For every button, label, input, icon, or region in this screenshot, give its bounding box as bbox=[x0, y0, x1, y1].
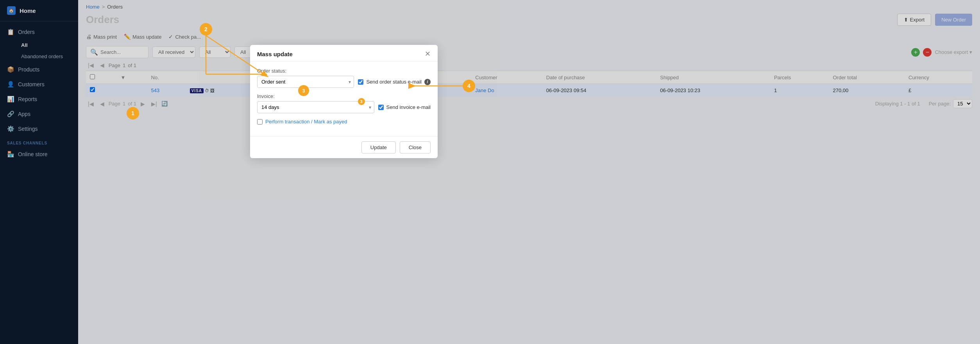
invoice-label: Invoice: bbox=[257, 93, 431, 99]
transaction-row: Perform transaction / Mark as payed bbox=[257, 119, 431, 125]
order-status-row: Order sent ▾ Send order status e-mail i bbox=[257, 76, 431, 88]
invoice-select[interactable]: 14 days bbox=[257, 101, 374, 113]
send-status-email-row: Send order status e-mail i bbox=[358, 79, 431, 85]
info-icon: i bbox=[424, 79, 431, 85]
send-invoice-email-row: Send invoice e-mail bbox=[378, 104, 431, 110]
invoice-badge: 3 bbox=[358, 98, 365, 105]
invoice-select-wrap: 14 days ▾ 3 bbox=[257, 101, 374, 113]
send-status-email-label: Send order status e-mail bbox=[366, 79, 422, 85]
mass-update-modal: Mass update ✕ Order status: Order sent ▾… bbox=[250, 45, 438, 158]
order-status-group: Order status: Order sent ▾ Send order st… bbox=[257, 68, 431, 88]
transaction-label: Perform transaction / Mark as payed bbox=[265, 119, 347, 125]
order-status-select[interactable]: Order sent bbox=[257, 76, 354, 88]
modal-body: Order status: Order sent ▾ Send order st… bbox=[250, 62, 438, 136]
send-status-email-checkbox[interactable] bbox=[358, 79, 363, 85]
close-button[interactable]: Close bbox=[400, 141, 431, 153]
order-status-label: Order status: bbox=[257, 68, 431, 74]
invoice-group: Invoice: 14 days ▾ 3 Send invoice e-mail bbox=[257, 93, 431, 113]
order-status-select-wrap: Order sent ▾ bbox=[257, 76, 354, 88]
send-invoice-email-label: Send invoice e-mail bbox=[386, 104, 431, 110]
modal-footer: Update Close bbox=[250, 136, 438, 158]
modal-header: Mass update ✕ bbox=[250, 45, 438, 62]
modal-title: Mass update bbox=[257, 51, 293, 57]
invoice-row: 14 days ▾ 3 Send invoice e-mail bbox=[257, 101, 431, 113]
transaction-checkbox[interactable] bbox=[257, 119, 263, 125]
modal-overlay: Mass update ✕ Order status: Order sent ▾… bbox=[0, 0, 980, 344]
modal-close-button[interactable]: ✕ bbox=[425, 50, 431, 57]
send-invoice-email-checkbox[interactable] bbox=[378, 105, 384, 110]
transaction-group: Perform transaction / Mark as payed bbox=[257, 119, 431, 125]
update-button[interactable]: Update bbox=[361, 141, 396, 153]
